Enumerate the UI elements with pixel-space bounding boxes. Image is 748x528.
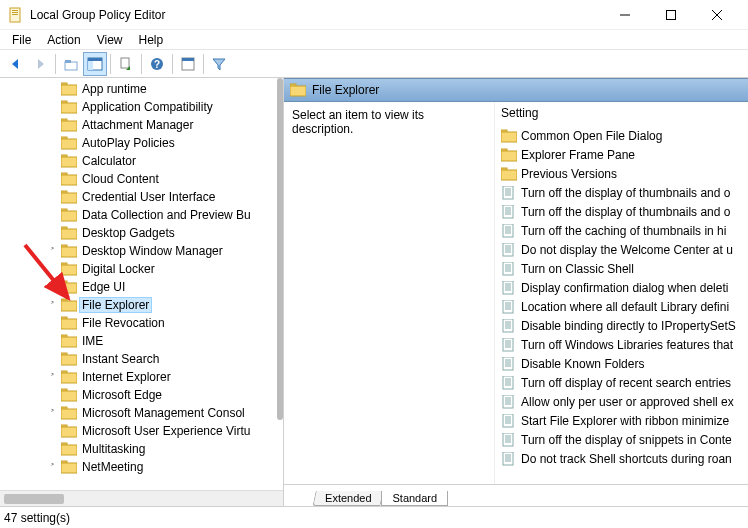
expander-icon[interactable]: ˃ bbox=[46, 300, 58, 311]
tree-item[interactable]: Cloud Content bbox=[0, 170, 283, 188]
menu-file[interactable]: File bbox=[4, 33, 39, 47]
setting-column-header[interactable]: Setting bbox=[495, 102, 748, 124]
setting-row[interactable]: Allow only per user or approved shell ex bbox=[497, 392, 746, 411]
svg-rect-39 bbox=[61, 265, 77, 275]
setting-row[interactable]: Turn off the display of snippets in Cont… bbox=[497, 430, 746, 449]
svg-rect-13 bbox=[121, 58, 129, 68]
setting-row[interactable]: Do not display the Welcome Center at u bbox=[497, 240, 746, 259]
policy-icon bbox=[501, 338, 517, 352]
export-button[interactable] bbox=[114, 52, 138, 76]
setting-row[interactable]: Previous Versions bbox=[497, 164, 746, 183]
setting-label: Turn off the caching of thumbnails in hi bbox=[521, 224, 726, 238]
tree-item[interactable]: Attachment Manager bbox=[0, 116, 283, 134]
svg-rect-9 bbox=[65, 60, 71, 63]
maximize-button[interactable] bbox=[648, 0, 694, 30]
filter-button[interactable] bbox=[207, 52, 231, 76]
tab-extended[interactable]: Extended bbox=[312, 491, 384, 506]
details-header: File Explorer bbox=[284, 78, 748, 102]
setting-row[interactable]: Turn off Windows Libraries features that bbox=[497, 335, 746, 354]
tree-item[interactable]: Digital Locker bbox=[0, 260, 283, 278]
tree-item-label: Cloud Content bbox=[80, 172, 161, 186]
policy-icon bbox=[501, 281, 517, 295]
tree-item-label: File Revocation bbox=[80, 316, 167, 330]
tree-item[interactable]: Microsoft Edge bbox=[0, 386, 283, 404]
menu-action[interactable]: Action bbox=[39, 33, 88, 47]
tree-scrollbar[interactable] bbox=[277, 78, 283, 420]
tree-item-label: Desktop Window Manager bbox=[80, 244, 225, 258]
setting-label: Previous Versions bbox=[521, 167, 617, 181]
tree-item[interactable]: Edge UI bbox=[0, 278, 283, 296]
tab-standard[interactable]: Standard bbox=[381, 491, 448, 506]
tree-item[interactable]: ˃NetMeeting bbox=[0, 458, 283, 476]
tree-item[interactable]: Data Collection and Preview Bu bbox=[0, 206, 283, 224]
tree-item[interactable]: Credential User Interface bbox=[0, 188, 283, 206]
up-button[interactable] bbox=[59, 52, 83, 76]
tree-item[interactable]: File Revocation bbox=[0, 314, 283, 332]
setting-row[interactable]: Start File Explorer with ribbon minimize bbox=[497, 411, 746, 430]
tree-item[interactable]: IME bbox=[0, 332, 283, 350]
svg-rect-12 bbox=[88, 61, 93, 70]
tree-item[interactable]: Instant Search bbox=[0, 350, 283, 368]
setting-row[interactable]: Disable Known Folders bbox=[497, 354, 746, 373]
svg-rect-51 bbox=[61, 373, 77, 383]
tree-item[interactable]: ˃Microsoft Management Consol bbox=[0, 404, 283, 422]
tree-item[interactable]: Application Compatibility bbox=[0, 98, 283, 116]
svg-rect-67 bbox=[501, 151, 517, 161]
svg-rect-47 bbox=[61, 337, 77, 347]
tree-item[interactable]: Microsoft User Experience Virtu bbox=[0, 422, 283, 440]
setting-row[interactable]: Disable binding directly to IPropertySet… bbox=[497, 316, 746, 335]
tree-item[interactable]: AutoPlay Policies bbox=[0, 134, 283, 152]
tree-item-label: Attachment Manager bbox=[80, 118, 195, 132]
expander-icon[interactable]: ˃ bbox=[46, 372, 58, 383]
folder-icon bbox=[61, 172, 77, 186]
setting-row[interactable]: Do not track Shell shortcuts during roan bbox=[497, 449, 746, 468]
setting-label: Do not display the Welcome Center at u bbox=[521, 243, 733, 257]
setting-row[interactable]: Turn off display of recent search entrie… bbox=[497, 373, 746, 392]
tree-item[interactable]: ˃Desktop Window Manager bbox=[0, 242, 283, 260]
setting-row[interactable]: Display confirmation dialog when deleti bbox=[497, 278, 746, 297]
panel-splitter[interactable] bbox=[284, 78, 287, 506]
setting-row[interactable]: Turn off the caching of thumbnails in hi bbox=[497, 221, 746, 240]
tree-item[interactable]: Desktop Gadgets bbox=[0, 224, 283, 242]
setting-row[interactable]: Turn off the display of thumbnails and o bbox=[497, 183, 746, 202]
folder-icon bbox=[61, 424, 77, 438]
properties-button[interactable] bbox=[176, 52, 200, 76]
forward-button[interactable] bbox=[28, 52, 52, 76]
tree-hscrollbar[interactable] bbox=[0, 490, 283, 506]
minimize-button[interactable] bbox=[602, 0, 648, 30]
tree-item-label: Digital Locker bbox=[80, 262, 157, 276]
setting-row[interactable]: Turn off the display of thumbnails and o bbox=[497, 202, 746, 221]
expander-icon[interactable]: ˃ bbox=[46, 246, 58, 257]
setting-row[interactable]: Location where all default Library defin… bbox=[497, 297, 746, 316]
tree-item-label: Internet Explorer bbox=[80, 370, 173, 384]
tree-panel[interactable]: App runtimeApplication CompatibilityAtta… bbox=[0, 78, 284, 506]
setting-label: Disable binding directly to IPropertySet… bbox=[521, 319, 736, 333]
menu-help[interactable]: Help bbox=[131, 33, 172, 47]
show-hide-tree-button[interactable] bbox=[83, 52, 107, 76]
back-button[interactable] bbox=[4, 52, 28, 76]
svg-rect-57 bbox=[61, 427, 77, 437]
tree-item[interactable]: ˃Internet Explorer bbox=[0, 368, 283, 386]
svg-rect-8 bbox=[65, 62, 77, 70]
svg-rect-23 bbox=[61, 121, 77, 131]
tree-item[interactable]: Calculator bbox=[0, 152, 283, 170]
tree-item-label: Microsoft User Experience Virtu bbox=[80, 424, 253, 438]
app-icon bbox=[8, 7, 24, 23]
tree-item[interactable]: Multitasking bbox=[0, 440, 283, 458]
tree-item[interactable]: App runtime bbox=[0, 80, 283, 98]
help-button[interactable]: ? bbox=[145, 52, 169, 76]
expander-icon[interactable]: ˃ bbox=[46, 462, 58, 473]
folder-icon bbox=[61, 244, 77, 258]
setting-row[interactable]: Explorer Frame Pane bbox=[497, 145, 746, 164]
setting-label: Start File Explorer with ribbon minimize bbox=[521, 414, 729, 428]
setting-row[interactable]: Turn on Classic Shell bbox=[497, 259, 746, 278]
menu-view[interactable]: View bbox=[89, 33, 131, 47]
setting-row[interactable]: Common Open File Dialog bbox=[497, 126, 746, 145]
policy-icon bbox=[501, 452, 517, 466]
svg-rect-55 bbox=[61, 409, 77, 419]
svg-rect-35 bbox=[61, 229, 77, 239]
tree-item[interactable]: ˃File Explorer bbox=[0, 296, 283, 314]
expander-icon[interactable]: ˃ bbox=[46, 408, 58, 419]
close-button[interactable] bbox=[694, 0, 740, 30]
setting-label: Turn off display of recent search entrie… bbox=[521, 376, 731, 390]
